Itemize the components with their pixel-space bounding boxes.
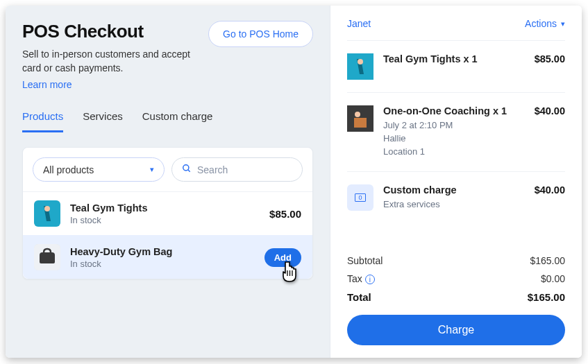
product-stock: In stock (70, 259, 255, 269)
tax-row: Taxi $0.00 (347, 270, 565, 288)
search-field[interactable] (171, 157, 303, 182)
cart-item-info: One-on-One Coaching x 1 July 2 at 2:10 P… (383, 105, 525, 159)
cart-item-location: Location 1 (383, 146, 525, 159)
products-card: All products ▾ Teal Gym Tights (22, 147, 313, 279)
cart-header: Janet Actions ▾ (347, 18, 565, 41)
info-icon[interactable]: i (365, 275, 375, 284)
header-row: POS Checkout Sell to in-person customers… (22, 21, 313, 91)
tab-custom-charge[interactable]: Custom charge (142, 110, 213, 132)
tab-services[interactable]: Services (83, 110, 123, 132)
dropdown-label: All products (43, 164, 94, 175)
cart-item-price: $40.00 (535, 184, 565, 211)
cart-item[interactable]: One-on-One Coaching x 1 July 2 at 2:10 P… (347, 93, 565, 172)
cart-item[interactable]: 0 Custom charge Extra services $40.00 (347, 172, 565, 224)
cart-item[interactable]: Teal Gym Tights x 1 $85.00 (347, 41, 565, 93)
tab-products[interactable]: Products (22, 110, 63, 132)
svg-point-0 (183, 165, 189, 171)
receipt-icon: 0 (355, 193, 366, 202)
cart-item-thumbnail (347, 53, 373, 80)
cart-item-name: One-on-One Coaching x 1 (383, 105, 525, 116)
product-row[interactable]: Teal Gym Tights In stock $85.00 (23, 191, 312, 235)
subtotal-label: Subtotal (347, 255, 383, 266)
svg-line-1 (188, 170, 190, 172)
learn-more-link[interactable]: Learn more (22, 79, 72, 90)
chevron-down-icon: ▾ (561, 19, 565, 28)
product-row[interactable]: Heavy-Duty Gym Bag In stock Add (23, 235, 312, 279)
actions-dropdown[interactable]: Actions ▾ (525, 18, 565, 29)
cart-panel: Janet Actions ▾ Teal Gym Tights x 1 $85.… (330, 6, 582, 358)
product-list: Teal Gym Tights In stock $85.00 Heavy-Du… (23, 191, 312, 279)
add-product-button[interactable]: Add (264, 248, 301, 267)
page-title: POS Checkout (22, 21, 203, 42)
actions-label: Actions (525, 18, 557, 29)
cart-item-name: Custom charge (383, 184, 525, 196)
go-to-pos-home-button[interactable]: Go to POS Home (208, 21, 313, 47)
pos-checkout-app: POS Checkout Sell to in-person customers… (6, 6, 582, 358)
total-row: Total $165.00 (347, 288, 565, 306)
svg-point-9 (358, 59, 363, 64)
product-name: Heavy-Duty Gym Bag (70, 246, 255, 257)
filters-row: All products ▾ (33, 157, 303, 182)
tax-value: $0.00 (541, 273, 565, 284)
subtotal-row: Subtotal $165.00 (347, 252, 565, 270)
product-stock: In stock (70, 215, 260, 225)
header-text: POS Checkout Sell to in-person customers… (22, 21, 203, 91)
chevron-down-icon: ▾ (150, 165, 154, 174)
totals: Subtotal $165.00 Taxi $0.00 Total $165.0… (347, 243, 565, 345)
cart-item-datetime: July 2 at 2:10 PM (383, 119, 525, 132)
total-value: $165.00 (528, 291, 565, 303)
product-name: Teal Gym Tights (70, 202, 260, 214)
product-info: Teal Gym Tights In stock (70, 202, 260, 225)
svg-rect-12 (354, 118, 367, 128)
tax-label-text: Tax (347, 273, 362, 284)
search-input[interactable] (197, 164, 292, 175)
cart-item-staff: Hallie (383, 132, 525, 146)
product-thumbnail (34, 200, 60, 227)
svg-point-11 (355, 112, 360, 117)
cart-items: Teal Gym Tights x 1 $85.00 One-on-One Co… (347, 41, 565, 223)
tax-label: Taxi (347, 273, 375, 284)
product-thumbnail (34, 244, 60, 270)
tabs: Products Services Custom charge (22, 110, 313, 133)
subtotal-value: $165.00 (530, 255, 565, 266)
cart-item-name: Teal Gym Tights x 1 (383, 53, 525, 64)
cart-item-meta: July 2 at 2:10 PM Hallie Location 1 (383, 119, 525, 159)
custom-charge-icon: 0 (347, 184, 373, 211)
svg-point-3 (44, 206, 50, 211)
category-dropdown[interactable]: All products ▾ (33, 157, 165, 182)
cart-item-info: Teal Gym Tights x 1 (383, 53, 525, 80)
product-info: Heavy-Duty Gym Bag In stock (70, 246, 255, 269)
cart-item-meta: Extra services (383, 198, 525, 211)
product-price: $85.00 (269, 208, 301, 220)
cart-item-thumbnail (347, 105, 373, 132)
total-label: Total (347, 291, 371, 303)
cart-item-note: Extra services (383, 198, 525, 211)
cart-item-price: $40.00 (535, 105, 565, 159)
page-subtitle: Sell to in-person customers and accept c… (22, 48, 203, 75)
search-icon (182, 164, 192, 175)
cart-item-price: $85.00 (535, 53, 565, 80)
customer-name-link[interactable]: Janet (347, 18, 371, 29)
cart-item-info: Custom charge Extra services (383, 184, 525, 211)
left-panel: POS Checkout Sell to in-person customers… (6, 6, 330, 358)
charge-button[interactable]: Charge (347, 315, 565, 345)
